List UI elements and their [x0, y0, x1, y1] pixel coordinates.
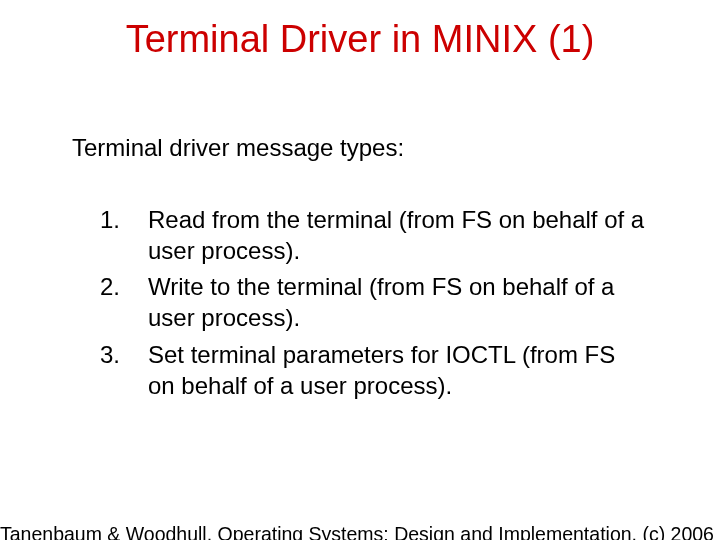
list-item: Set terminal parameters for IOCTL (from … — [100, 340, 648, 401]
slide-subtitle: Terminal driver message types: — [72, 134, 404, 162]
slide: Terminal Driver in MINIX (1) Terminal dr… — [0, 0, 720, 540]
slide-title: Terminal Driver in MINIX (1) — [0, 18, 720, 61]
footer-citation: Tanenbaum & Woodhull, Operating Systems:… — [0, 523, 714, 540]
list-item: Write to the terminal (from FS on behalf… — [100, 272, 648, 333]
message-types-list: Read from the terminal (from FS on behal… — [100, 205, 648, 407]
list-item: Read from the terminal (from FS on behal… — [100, 205, 648, 266]
